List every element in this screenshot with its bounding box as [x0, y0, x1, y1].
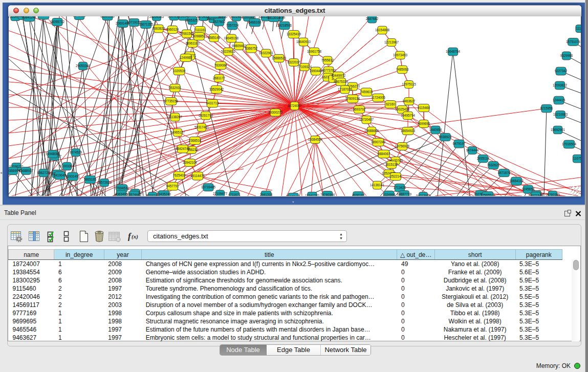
svg-text:2941318: 2941318: [260, 193, 273, 196]
svg-text:15720407: 15720407: [359, 118, 374, 121]
svg-text:14055712: 14055712: [50, 20, 65, 24]
svg-text:7111161: 7111161: [194, 28, 206, 32]
svg-text:17187026: 17187026: [338, 87, 353, 91]
svg-text:1713426: 1713426: [394, 186, 406, 189]
svg-text:1990448: 1990448: [310, 69, 322, 73]
svg-text:29300273: 29300273: [268, 111, 283, 114]
svg-text:46773782: 46773782: [321, 69, 336, 72]
svg-text:4936183: 4936183: [352, 193, 365, 196]
svg-text:8813014: 8813014: [268, 16, 280, 19]
svg-text:26204505: 26204505: [149, 16, 164, 18]
svg-text:6431713: 6431713: [206, 101, 219, 105]
svg-text:18654923: 18654923: [401, 129, 416, 133]
svg-text:15751074: 15751074: [566, 40, 581, 43]
svg-text:1024994: 1024994: [383, 193, 396, 196]
svg-text:2368516: 2368516: [189, 139, 202, 142]
svg-text:9693792: 9693792: [353, 107, 366, 111]
svg-text:9329966: 9329966: [560, 54, 573, 57]
svg-text:10653257: 10653257: [185, 18, 200, 22]
svg-text:57809134: 57809134: [345, 97, 360, 100]
svg-text:29053346: 29053346: [76, 64, 91, 68]
svg-text:94013990: 94013990: [416, 194, 431, 196]
svg-text:2687682: 2687682: [366, 17, 379, 20]
svg-text:88675339: 88675339: [334, 80, 349, 83]
svg-text:14136141: 14136141: [370, 183, 385, 187]
svg-text:8366752: 8366752: [245, 47, 258, 50]
svg-text:10025438: 10025438: [395, 107, 410, 111]
svg-text:16961758: 16961758: [307, 50, 322, 53]
svg-text:13325419: 13325419: [287, 32, 301, 36]
svg-text:8471676: 8471676: [498, 171, 511, 174]
svg-text:4493534: 4493534: [37, 16, 50, 17]
svg-text:33942104: 33942104: [183, 161, 198, 164]
svg-text:9474444: 9474444: [466, 148, 479, 152]
svg-text:69261796: 69261796: [199, 114, 213, 117]
svg-text:17016504: 17016504: [562, 142, 577, 146]
svg-text:8938923: 8938923: [439, 135, 452, 139]
svg-text:11724005: 11724005: [371, 96, 385, 99]
svg-text:11124: 11124: [576, 27, 581, 30]
svg-text:1440954: 1440954: [429, 128, 442, 132]
svg-text:4363495: 4363495: [115, 192, 128, 196]
svg-text:86801128: 86801128: [100, 16, 115, 18]
svg-text:57661565: 57661565: [180, 32, 194, 35]
svg-text:19756928: 19756928: [395, 144, 410, 148]
svg-text:7625402: 7625402: [173, 173, 186, 177]
svg-text:79740344: 79740344: [320, 193, 335, 196]
svg-text:13435240: 13435240: [157, 192, 171, 196]
svg-text:17565512: 17565512: [481, 193, 495, 196]
svg-text:16648784: 16648784: [446, 50, 461, 53]
svg-text:9884067: 9884067: [378, 152, 390, 156]
svg-text:27109477: 27109477: [213, 192, 228, 195]
svg-text:88424745: 88424745: [176, 147, 190, 150]
svg-text:18640910: 18640910: [296, 40, 311, 43]
svg-text:16671355: 16671355: [139, 23, 154, 26]
svg-text:8098851: 8098851: [193, 34, 206, 38]
svg-text:1585149: 1585149: [208, 36, 221, 39]
svg-text:08760385: 08760385: [546, 193, 560, 196]
svg-text:3960124: 3960124: [166, 28, 179, 31]
svg-text:9227342: 9227342: [555, 69, 568, 73]
svg-text:18907249: 18907249: [371, 140, 386, 144]
svg-text:19384554: 19384554: [308, 138, 323, 141]
svg-text:6466160: 6466160: [249, 20, 262, 24]
svg-text:16210683: 16210683: [553, 113, 568, 116]
svg-text:46688937: 46688937: [19, 169, 34, 172]
svg-text:04945198: 04945198: [224, 36, 239, 40]
svg-text:2935114: 2935114: [477, 157, 490, 160]
svg-text:64887719: 64887719: [397, 192, 412, 196]
svg-text:8322037: 8322037: [288, 60, 300, 64]
svg-text:91022901: 91022901: [259, 51, 274, 55]
svg-text:18724007: 18724007: [287, 104, 302, 107]
svg-text:7955812: 7955812: [321, 58, 334, 62]
svg-text:9245652: 9245652: [522, 187, 535, 191]
svg-text:1615132: 1615132: [385, 163, 398, 166]
svg-text:252214: 252214: [390, 174, 401, 178]
svg-text:2419049: 2419049: [54, 173, 67, 177]
svg-text:10688609: 10688609: [364, 129, 379, 133]
svg-text:31931491: 31931491: [66, 174, 80, 178]
svg-text:1527602: 1527602: [213, 20, 226, 24]
svg-text:10973493: 10973493: [393, 53, 408, 57]
svg-text:1020539: 1020539: [173, 69, 186, 73]
svg-text:0532931: 0532931: [169, 86, 182, 90]
svg-text:6562729: 6562729: [37, 171, 50, 174]
svg-text:68071545: 68071545: [529, 194, 543, 196]
svg-text:7485063: 7485063: [396, 68, 409, 71]
svg-text:9699695: 9699695: [418, 122, 430, 125]
svg-text:78961183: 78961183: [185, 41, 200, 45]
svg-text:19495794: 19495794: [401, 114, 416, 117]
svg-text:33529042: 33529042: [209, 87, 224, 91]
svg-text:2681177: 2681177: [213, 76, 226, 80]
svg-text:5865185: 5865185: [84, 178, 97, 181]
svg-text:16154808: 16154808: [375, 28, 390, 32]
svg-text:12975115: 12975115: [402, 82, 416, 86]
svg-text:9457791: 9457791: [166, 184, 179, 188]
svg-text:7459615: 7459615: [360, 90, 373, 94]
svg-text:12213967: 12213967: [384, 40, 399, 44]
svg-text:7663822: 7663822: [153, 27, 165, 30]
svg-text:80841241: 80841241: [22, 16, 37, 19]
svg-text:50229612: 50229612: [221, 50, 236, 53]
svg-text:12093822: 12093822: [553, 83, 568, 87]
svg-text:54965137: 54965137: [170, 130, 185, 134]
